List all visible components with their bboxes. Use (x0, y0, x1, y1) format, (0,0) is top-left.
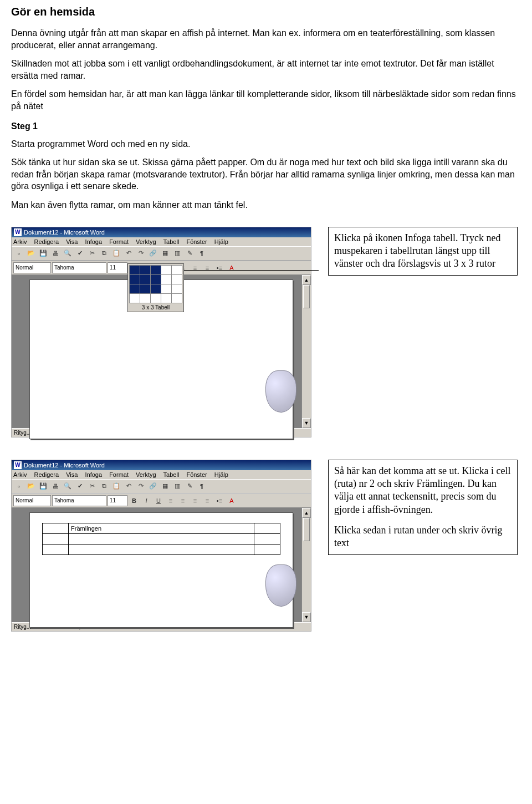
print-icon[interactable]: 🖶 (50, 481, 61, 492)
table-cell[interactable] (254, 533, 280, 544)
menu-tabell[interactable]: Tabell (163, 471, 180, 478)
align-left-icon[interactable]: ≡ (165, 495, 176, 506)
hyperlink-icon[interactable]: 🔗 (147, 248, 158, 259)
table-cell[interactable] (43, 533, 69, 544)
insert-table-icon[interactable]: ▦ (160, 248, 171, 259)
menu-format[interactable]: Format (109, 471, 129, 478)
menu-redigera[interactable]: Redigera (34, 238, 59, 245)
justify-icon[interactable]: ≡ (202, 262, 213, 273)
scroll-thumb[interactable] (303, 518, 310, 541)
spellcheck-icon[interactable]: ✔ (74, 481, 85, 492)
menubar[interactable]: Arkiv Redigera Visa Infoga Format Verkty… (12, 470, 311, 479)
menu-format[interactable]: Format (109, 238, 129, 245)
show-hide-icon[interactable]: ¶ (196, 481, 207, 492)
bullets-icon[interactable]: •≡ (214, 495, 225, 506)
status-views[interactable]: Rityg... (14, 430, 31, 436)
style-select[interactable]: Normal (13, 262, 51, 273)
scroll-down-icon[interactable]: ▼ (302, 418, 311, 428)
vertical-scrollbar[interactable]: ▲ ▼ (301, 275, 311, 428)
show-hide-icon[interactable]: ¶ (196, 248, 207, 259)
table-cell-2[interactable]: Främlingen (69, 523, 254, 533)
font-color-icon[interactable]: A (226, 495, 237, 506)
table-cell[interactable] (69, 544, 254, 554)
bold-icon[interactable]: B (129, 495, 140, 506)
office-assistant-icon[interactable] (265, 564, 296, 607)
menu-verktyg[interactable]: Verktyg (136, 238, 156, 245)
document-area[interactable]: Främlingen ▲ (12, 508, 311, 622)
paste-icon[interactable]: 📋 (111, 248, 122, 259)
open-icon[interactable]: 📂 (25, 481, 37, 492)
menu-visa[interactable]: Visa (66, 471, 78, 478)
save-icon[interactable]: 💾 (38, 481, 49, 492)
menu-tabell[interactable]: Tabell (163, 238, 180, 245)
insert-table-dropdown[interactable]: 3 x 3 Tabell (127, 263, 184, 312)
menu-arkiv[interactable]: Arkiv (13, 238, 27, 245)
hyperlink-icon[interactable]: 🔗 (147, 481, 158, 492)
columns-icon[interactable]: ▥ (172, 481, 183, 492)
menu-hjalp[interactable]: Hjälp (214, 238, 228, 245)
menu-fonster[interactable]: Fönster (186, 471, 207, 478)
font-color-icon[interactable]: A (226, 262, 237, 273)
cut-icon[interactable]: ✂ (86, 248, 98, 259)
status-views[interactable]: Rityg... (14, 624, 31, 630)
align-right-icon[interactable]: ≡ (190, 262, 201, 273)
preview-icon[interactable]: 🔍 (62, 248, 73, 259)
scroll-up-icon[interactable]: ▲ (302, 275, 311, 285)
table-cell[interactable] (254, 544, 280, 554)
open-icon[interactable]: 📂 (25, 248, 37, 259)
table-cell[interactable] (254, 523, 280, 533)
save-icon[interactable]: 💾 (38, 248, 49, 259)
preview-icon[interactable]: 🔍 (62, 481, 73, 492)
table-row[interactable] (43, 544, 280, 554)
menubar[interactable]: Arkiv Redigera Visa Infoga Format Verkty… (12, 237, 311, 246)
new-doc-icon[interactable]: ▫ (13, 481, 24, 492)
menu-fonster[interactable]: Fönster (186, 238, 207, 245)
office-assistant-icon[interactable] (265, 370, 296, 413)
menu-visa[interactable]: Visa (66, 238, 78, 245)
table-cell[interactable] (69, 533, 254, 544)
copy-icon[interactable]: ⧉ (99, 481, 110, 492)
justify-icon[interactable]: ≡ (202, 495, 213, 506)
scroll-down-icon[interactable]: ▼ (302, 612, 311, 622)
cut-icon[interactable]: ✂ (86, 481, 98, 492)
align-right-icon[interactable]: ≡ (190, 495, 201, 506)
document-table[interactable]: Främlingen (42, 523, 280, 555)
spellcheck-icon[interactable]: ✔ (74, 248, 85, 259)
menu-hjalp[interactable]: Hjälp (214, 471, 228, 478)
print-icon[interactable]: 🖶 (50, 248, 61, 259)
table-row[interactable] (43, 533, 280, 544)
menu-verktyg[interactable]: Verktyg (136, 471, 156, 478)
redo-icon[interactable]: ↷ (135, 248, 146, 259)
vertical-scrollbar[interactable]: ▲ ▼ (301, 508, 311, 622)
drawing-icon[interactable]: ✎ (184, 248, 195, 259)
menu-infoga[interactable]: Infoga (85, 471, 102, 478)
table-cell[interactable] (43, 523, 69, 533)
font-select[interactable]: Tahoma (52, 495, 106, 506)
scroll-up-icon[interactable]: ▲ (302, 508, 311, 518)
undo-icon[interactable]: ↶ (123, 248, 134, 259)
menu-redigera[interactable]: Redigera (34, 471, 59, 478)
window-titlebar[interactable]: W Dokument12 - Microsoft Word (12, 227, 311, 237)
document-page[interactable]: Främlingen (29, 512, 293, 628)
columns-icon[interactable]: ▥ (172, 248, 183, 259)
underline-icon[interactable]: U (153, 495, 164, 506)
copy-icon[interactable]: ⧉ (99, 248, 110, 259)
menu-infoga[interactable]: Infoga (85, 238, 102, 245)
insert-table-icon[interactable]: ▦ (160, 481, 171, 492)
font-select[interactable]: Tahoma (52, 262, 106, 273)
window-titlebar[interactable]: W Dokument12 - Microsoft Word (12, 460, 311, 470)
redo-icon[interactable]: ↷ (135, 481, 146, 492)
scroll-thumb[interactable] (303, 285, 310, 308)
bullets-icon[interactable]: •≡ (214, 262, 225, 273)
font-size-select[interactable]: 11 (108, 495, 127, 506)
font-size-select[interactable]: 11 (108, 262, 127, 273)
new-doc-icon[interactable]: ▫ (13, 248, 24, 259)
paste-icon[interactable]: 📋 (111, 481, 122, 492)
table-cell[interactable] (43, 544, 69, 554)
table-row[interactable]: Främlingen (43, 523, 280, 533)
align-center-icon[interactable]: ≡ (177, 495, 188, 506)
menu-arkiv[interactable]: Arkiv (13, 471, 27, 478)
undo-icon[interactable]: ↶ (123, 481, 134, 492)
drawing-icon[interactable]: ✎ (184, 481, 195, 492)
style-select[interactable]: Normal (13, 495, 51, 506)
